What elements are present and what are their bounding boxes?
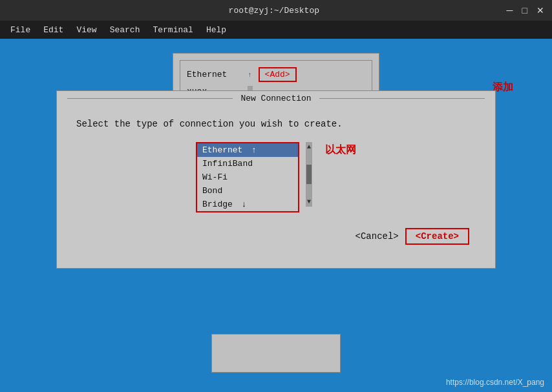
bg-ethernet-label: Ethernet <box>187 70 245 79</box>
conn-item-infiniband[interactable]: InfiniBand <box>197 157 298 170</box>
add-button[interactable]: <Add> <box>259 67 297 82</box>
cancel-button[interactable]: <Cancel> <box>356 231 399 242</box>
bg-ethernet-row: Ethernet ↑ <Add> <box>187 67 365 82</box>
modal-title-bar: New Connection <box>57 91 495 106</box>
conn-item-wifi[interactable]: Wi-Fi <box>197 170 298 184</box>
conn-item-bond[interactable]: Bond <box>197 184 298 198</box>
bridge-down-arrow: ↓ <box>242 200 247 209</box>
menu-help[interactable]: Help <box>200 24 233 36</box>
modal-footer: <Cancel> <Create> <box>76 228 476 255</box>
close-button[interactable]: ✕ <box>534 5 547 15</box>
new-connection-modal: New Connection Select the type of connec… <box>56 90 496 269</box>
modal-title-line-right <box>319 98 485 99</box>
conn-item-bridge[interactable]: Bridge ↓ <box>197 198 298 211</box>
window-controls: ─ □ ✕ <box>504 5 547 15</box>
window-title: root@zyj:~/Desktop <box>44 6 504 15</box>
bg-dialog-bottom <box>211 334 341 373</box>
menu-file[interactable]: File <box>4 24 37 36</box>
up-arrow-icon: ↑ <box>248 71 252 79</box>
scroll-down-icon: ▼ <box>307 198 311 205</box>
minimize-button[interactable]: ─ <box>504 5 516 15</box>
scroll-thumb <box>306 165 312 184</box>
title-bar: root@zyj:~/Desktop ─ □ ✕ <box>0 0 552 21</box>
create-button[interactable]: <Create> <box>405 228 469 245</box>
list-scrollbar: ▲ ▼ <box>306 142 312 207</box>
menu-view[interactable]: View <box>70 24 103 36</box>
conn-item-ethernet[interactable]: Ethernet ↑ <box>197 143 298 157</box>
ethernet-up-arrow: ↑ <box>251 145 257 155</box>
connection-list-container: Ethernet ↑ InfiniBand Wi-Fi Bond <box>76 142 476 212</box>
connection-type-list: Ethernet ↑ InfiniBand Wi-Fi Bond <box>196 142 299 212</box>
terminal-window: root@zyj:~/Desktop ─ □ ✕ File Edit View … <box>0 0 552 392</box>
menu-bar: File Edit View Search Terminal Help <box>0 21 552 39</box>
menu-terminal[interactable]: Terminal <box>146 24 199 36</box>
annotation-ethernet: 以太网 <box>325 143 356 157</box>
menu-edit[interactable]: Edit <box>37 24 70 36</box>
modal-body: Select the type of connection you wish t… <box>57 106 495 268</box>
modal-description: Select the type of connection you wish t… <box>76 119 476 129</box>
maximize-button[interactable]: □ <box>520 5 530 15</box>
content-area: Ethernet ↑ <Add> xuex 添加 New Connection <box>0 39 552 392</box>
modal-title-text: New Connection <box>233 94 319 103</box>
scroll-up-icon: ▲ <box>307 143 311 150</box>
watermark: https://blog.csdn.net/X_pang <box>446 378 544 387</box>
modal-title-line-left <box>67 98 233 99</box>
menu-search[interactable]: Search <box>103 24 147 36</box>
